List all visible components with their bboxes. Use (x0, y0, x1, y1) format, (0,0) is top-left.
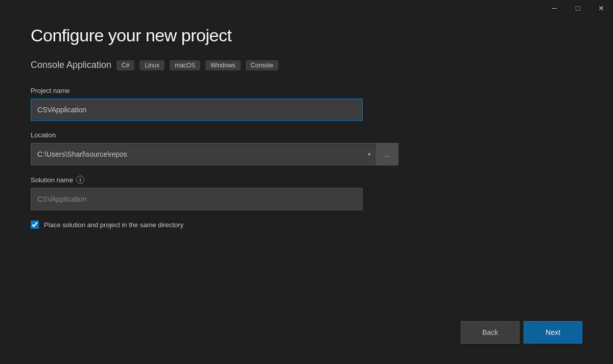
project-name-group: Project name (31, 87, 582, 121)
maximize-button[interactable]: □ (566, 0, 590, 16)
next-button[interactable]: Next (524, 321, 582, 344)
location-label: Location (31, 131, 582, 139)
location-select[interactable]: C:\Users\Sharl\source\repos (31, 143, 376, 165)
solution-name-group: Solution name ℹ (31, 176, 582, 210)
project-name-input[interactable] (31, 99, 363, 121)
same-directory-label[interactable]: Place solution and project in the same d… (44, 221, 183, 229)
tag-csharp: C# (116, 60, 134, 70)
bottom-bar: Back Next (31, 311, 582, 344)
subtitle-text: Console Application (31, 60, 111, 70)
location-select-wrapper: C:\Users\Sharl\source\repos ▾ (31, 143, 376, 165)
same-directory-row: Place solution and project in the same d… (31, 221, 582, 229)
tag-macos: macOS (170, 60, 200, 70)
tag-windows: Windows (205, 60, 241, 70)
close-button[interactable]: ✕ (590, 0, 613, 16)
main-content: Configure your new project Console Appli… (0, 0, 613, 364)
same-directory-checkbox[interactable] (31, 221, 39, 229)
title-bar: ─ □ ✕ (543, 0, 613, 16)
browse-button[interactable]: ... (376, 143, 398, 165)
info-icon[interactable]: ℹ (76, 176, 84, 184)
form-section: Project name Location C:\Users\Sharl\sou… (31, 87, 582, 311)
page-title: Configure your new project (31, 26, 582, 45)
subtitle-row: Console Application C# Linux macOS Windo… (31, 60, 582, 70)
tag-linux: Linux (139, 60, 164, 70)
solution-name-label: Solution name ℹ (31, 176, 582, 184)
solution-name-input[interactable] (31, 188, 363, 210)
location-group: Location C:\Users\Sharl\source\repos ▾ .… (31, 131, 582, 165)
back-button[interactable]: Back (461, 321, 520, 344)
tag-console: Console (246, 60, 278, 70)
minimize-button[interactable]: ─ (543, 0, 566, 16)
project-name-label: Project name (31, 87, 582, 94)
location-row: C:\Users\Sharl\source\repos ▾ ... (31, 143, 398, 165)
